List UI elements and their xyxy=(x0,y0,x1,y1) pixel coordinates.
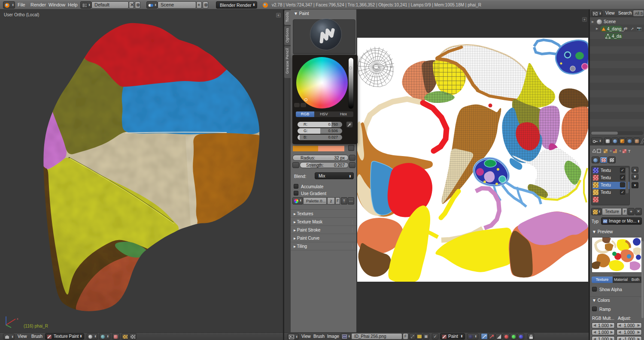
svg-text:x: x xyxy=(17,317,18,320)
svg-text:T: T xyxy=(628,149,631,153)
